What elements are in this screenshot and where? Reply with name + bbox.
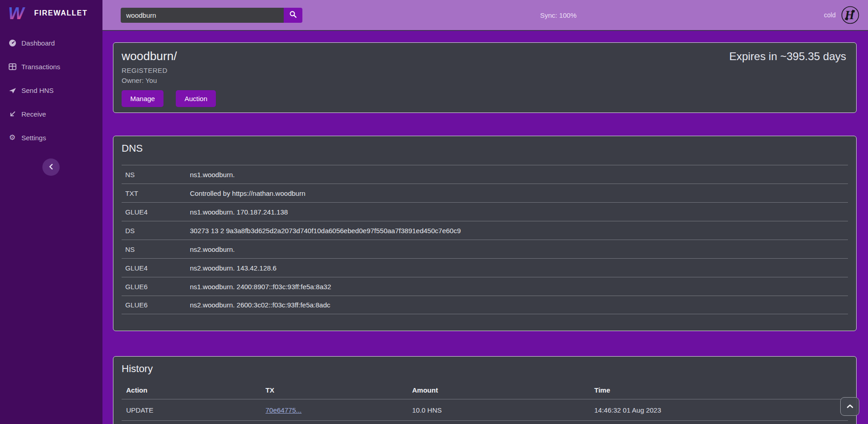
dns-record-row: TXT Controlled by https://nathan.woodbur…: [122, 184, 848, 202]
history-time: 14:46:32 01 Aug 2023: [594, 406, 848, 414]
gear-icon: ⚙: [8, 133, 16, 142]
manage-button[interactable]: Manage: [122, 90, 163, 107]
dns-record-value: ns1.woodburn. 170.187.241.138: [190, 208, 288, 216]
dns-record-type: GLUE6: [122, 301, 190, 309]
dns-record-row: GLUE6 ns1.woodburn. 2400:8907::f03c:93ff…: [122, 277, 848, 296]
history-tx-link[interactable]: 70e64775...: [266, 406, 412, 414]
sidebar-nav: Dashboard Transactions Send HNS Receive …: [0, 31, 102, 149]
dns-record-type: NS: [122, 245, 190, 253]
history-amount: 10.0 HNS: [412, 406, 594, 414]
receive-arrow-icon: [8, 110, 16, 118]
dns-record-row: NS ns1.woodburn.: [122, 165, 848, 184]
dns-record-row: GLUE4 ns2.woodburn. 143.42.128.6: [122, 258, 848, 277]
chevron-up-icon: [847, 403, 853, 410]
dns-record-value: ns1.woodburn.: [190, 171, 235, 179]
sidebar-item-label: Receive: [21, 110, 46, 118]
svg-text:W: W: [8, 4, 26, 23]
domain-actions: Manage Auction: [122, 90, 848, 107]
domain-owner: Owner: You: [122, 77, 848, 84]
topbar: Sync: 100% cold H: [102, 0, 868, 31]
dns-record-value: ns2.woodburn. 143.42.128.6: [190, 264, 276, 272]
table-icon: [8, 62, 16, 71]
dns-record-type: GLUE4: [122, 264, 190, 272]
sidebar-item-label: Dashboard: [21, 39, 55, 47]
history-col-amount: Amount: [412, 386, 594, 394]
dns-record-row: GLUE6 ns2.woodburn. 2600:3c02::f03c:93ff…: [122, 296, 848, 314]
history-col-time: Time: [594, 386, 848, 394]
sidebar-item-settings[interactable]: ⚙ Settings: [0, 126, 102, 149]
search-group: [121, 8, 302, 23]
domain-status: REGISTERED: [122, 66, 848, 74]
search-icon: [289, 10, 297, 20]
dns-title: DNS: [122, 143, 848, 154]
dns-record-value: 30273 13 2 9a3a8fb3d625d2a2073d740f10da6…: [190, 227, 461, 235]
sidebar-item-receive[interactable]: Receive: [0, 102, 102, 126]
dns-record-row: NS ns2.woodburn.: [122, 240, 848, 258]
history-title: History: [122, 363, 848, 375]
sidebar-item-transactions[interactable]: Transactions: [0, 55, 102, 78]
history-header-row: Action TX Amount Time: [122, 381, 848, 399]
sidebar-item-dashboard[interactable]: Dashboard: [0, 31, 102, 55]
history-row: UPDATE 70e64775... 10.0 HNS 14:46:32 01 …: [122, 399, 848, 421]
dns-record-type: DS: [122, 227, 190, 235]
dns-record-type: NS: [122, 171, 190, 179]
app-logo: W FIREWALLET: [0, 0, 102, 26]
gauge-icon: [8, 39, 16, 47]
wallet-indicator[interactable]: cold H: [824, 5, 860, 25]
sidebar: W FIREWALLET Dashboard Transactions Send…: [0, 0, 102, 424]
sidebar-item-label: Transactions: [21, 63, 60, 71]
main-content: woodburn/ REGISTERED Owner: You Manage A…: [102, 32, 868, 424]
send-icon: [8, 86, 16, 94]
dns-record-type: TXT: [122, 189, 190, 197]
sidebar-item-label: Send HNS: [21, 87, 54, 94]
sidebar-item-label: Settings: [21, 134, 46, 142]
chevron-left-icon: [48, 163, 54, 171]
history-col-tx: TX: [266, 386, 412, 394]
dns-record-value: ns2.woodburn. 2600:3c02::f03c:93ff:fe5a:…: [190, 301, 330, 309]
dns-table: NS ns1.woodburn. TXT Controlled by https…: [122, 165, 848, 314]
app-title: FIREWALLET: [34, 9, 87, 17]
handshake-logo-icon: H: [841, 5, 860, 25]
dns-record-type: GLUE6: [122, 283, 190, 291]
history-card: History Action TX Amount Time UPDATE 70e…: [113, 356, 857, 424]
history-col-action: Action: [126, 386, 266, 394]
dns-card: DNS NS ns1.woodburn. TXT Controlled by h…: [113, 136, 857, 331]
dns-record-row: GLUE4 ns1.woodburn. 170.187.241.138: [122, 202, 848, 221]
sidebar-item-send-hns[interactable]: Send HNS: [0, 78, 102, 102]
dns-record-value: ns2.woodburn.: [190, 245, 235, 253]
domain-expiry: Expires in ~395.35 days: [729, 50, 846, 63]
dns-record-type: GLUE4: [122, 208, 190, 216]
wallet-name: cold: [824, 11, 836, 19]
domain-card: woodburn/ REGISTERED Owner: You Manage A…: [113, 42, 857, 113]
sidebar-collapse-button[interactable]: [42, 158, 60, 176]
search-button[interactable]: [284, 8, 302, 23]
dns-record-value: ns1.woodburn. 2400:8907::f03c:93ff:fe5a:…: [190, 283, 331, 291]
search-input[interactable]: [121, 8, 284, 23]
scroll-to-top-button[interactable]: [840, 397, 859, 416]
dns-record-row: DS 30273 13 2 9a3a8fb3d625d2a2073d740f10…: [122, 221, 848, 240]
history-action: UPDATE: [126, 406, 266, 414]
auction-button[interactable]: Auction: [176, 90, 216, 107]
history-table: UPDATE 70e64775... 10.0 HNS 14:46:32 01 …: [122, 399, 848, 424]
dns-record-value: Controlled by https://nathan.woodburn: [190, 189, 306, 197]
sync-status: Sync: 100%: [540, 11, 577, 19]
firewallet-logo-icon: W: [7, 4, 26, 23]
history-row: RENEW d72e8f3... 10.0 HNS 15:47:36 07 Ju…: [122, 421, 848, 424]
